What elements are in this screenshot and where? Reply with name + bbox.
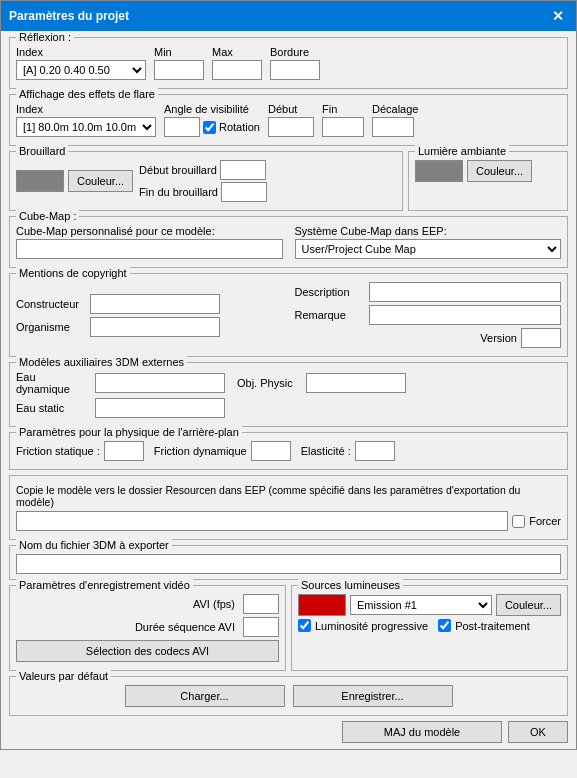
copie-description: Copie le modèle vers le dossier Resource…	[16, 484, 561, 508]
flare-rotation-checkbox[interactable]	[203, 121, 216, 134]
section-copie: Copie le modèle vers le dossier Resource…	[9, 475, 568, 540]
reflexion-index-label: Index	[16, 46, 146, 58]
bottom-buttons: MAJ du modèle OK	[9, 721, 568, 743]
section-brouillard: Brouillard Couleur... Début brouillard 7…	[9, 151, 403, 211]
sources-post-checkbox[interactable]	[438, 619, 451, 632]
section-sources-legend: Sources lumineuses	[298, 579, 403, 591]
section-cubemap-legend: Cube-Map :	[16, 210, 79, 222]
section-filename-legend: Nom du fichier 3DM à exporter	[16, 539, 172, 551]
close-button[interactable]: ✕	[548, 5, 568, 27]
section-filename: Nom du fichier 3DM à exporter Neues_Proj…	[9, 545, 568, 580]
copyright-version-label: Version	[480, 332, 517, 344]
brouillard-debut-label: Début brouillard	[139, 164, 217, 176]
copyright-organisme-input[interactable]	[90, 317, 220, 337]
reflexion-min-input[interactable]: 0.2	[154, 60, 204, 80]
flare-angle-label: Angle de visibilité	[164, 103, 260, 115]
section-lumiere-legend: Lumière ambiante	[415, 145, 509, 157]
copyright-version-input[interactable]: 1	[521, 328, 561, 348]
flare-fin-input[interactable]: 1000	[322, 117, 364, 137]
valeurs-enregistrer-button[interactable]: Enregistrer...	[293, 685, 453, 707]
cubemap-system-select[interactable]: User/Project Cube Map	[295, 239, 562, 259]
copie-path-input[interactable]: \Resourcen\	[16, 511, 508, 531]
section-cubemap: Cube-Map : Cube-Map personnalisé pour ce…	[9, 216, 568, 268]
brouillard-fin-input[interactable]: 95000	[221, 182, 267, 202]
sources-luminosite-checkbox[interactable]	[298, 619, 311, 632]
flare-rotation-label: Rotation	[219, 121, 260, 133]
sources-couleur-button[interactable]: Couleur...	[496, 594, 561, 616]
section-flare: Affichage des effets de flare Index [1] …	[9, 94, 568, 146]
filename-input[interactable]: Neues_Projekt.3dm	[16, 554, 561, 574]
section-brouillard-legend: Brouillard	[16, 145, 68, 157]
flare-debut-input[interactable]: 8000	[268, 117, 314, 137]
reflexion-bordure-input[interactable]: 0.5	[270, 60, 320, 80]
physique-friction-dyn-input[interactable]: 0.1	[251, 441, 291, 461]
window-title: Paramètres du projet	[9, 9, 129, 23]
physique-friction-static-input[interactable]: 0.1	[104, 441, 144, 461]
section-physique: Paramètres pour la physique de l'arrière…	[9, 432, 568, 470]
cubemap-custom-input[interactable]: ...	[16, 239, 283, 259]
section-physique-legend: Paramètres pour la physique de l'arrière…	[16, 426, 242, 438]
3dm-eau-dyn-input[interactable]: DynWater.3dm	[95, 373, 225, 393]
section-reflexion-legend: Réflexion :	[16, 31, 74, 43]
valeurs-charger-button[interactable]: Charger...	[125, 685, 285, 707]
copyright-description-input[interactable]	[369, 282, 562, 302]
flare-index-label: Index	[16, 103, 156, 115]
section-copyright: Mentions de copyright Constructeur Unbek…	[9, 273, 568, 357]
section-sources: Sources lumineuses Emission #1 Couleur..…	[291, 585, 568, 671]
video-duree-input[interactable]: 15	[243, 617, 279, 637]
reflexion-max-label: Max	[212, 46, 262, 58]
sources-luminosite-label: Luminosité progressive	[315, 620, 428, 632]
brouillard-fin-label: Fin du brouillard	[139, 186, 218, 198]
brouillard-couleur-button[interactable]: Couleur...	[68, 170, 133, 192]
copyright-constructeur-input[interactable]: Unbekannter	[90, 294, 220, 314]
content-area: Réflexion : Index [A] 0.20 0.40 0.50 Min…	[1, 31, 576, 749]
section-3dm: Modèles auxiliaires 3DM externes Eau dyn…	[9, 362, 568, 427]
copyright-description-label: Description	[295, 286, 365, 298]
3dm-eau-static-label: Eau static	[16, 402, 91, 414]
physique-elasticite-label: Elasticité :	[301, 445, 351, 457]
reflexion-bordure-label: Bordure	[270, 46, 320, 58]
section-valeurs: Valeurs par défaut Charger... Enregistre…	[9, 676, 568, 716]
reflexion-index-select[interactable]: [A] 0.20 0.40 0.50	[16, 60, 146, 80]
ok-button[interactable]: OK	[508, 721, 568, 743]
flare-debut-label: Début	[268, 103, 314, 115]
video-duree-label: Durée séquence AVI	[16, 621, 239, 633]
flare-fin-label: Fin	[322, 103, 364, 115]
section-flare-legend: Affichage des effets de flare	[16, 88, 158, 100]
reflexion-min-label: Min	[154, 46, 204, 58]
cubemap-system-label: Système Cube-Map dans EEP:	[295, 225, 562, 237]
section-video: Paramètres d'enregistrement vidéo AVI (f…	[9, 585, 286, 671]
brouillard-debut-input[interactable]: 70000	[220, 160, 266, 180]
video-codecs-button[interactable]: Sélection des codecs AVI	[16, 640, 279, 662]
copyright-constructeur-label: Constructeur	[16, 298, 86, 310]
lumiere-color-box	[415, 160, 463, 182]
3dm-eau-static-input[interactable]: StatWater.3dm	[95, 398, 225, 418]
physique-elasticite-input[interactable]: 0.85	[355, 441, 395, 461]
3dm-obj-physic-input[interactable]: Cube.3dm	[306, 373, 406, 393]
maj-button[interactable]: MAJ du modèle	[342, 721, 502, 743]
flare-index-select[interactable]: [1] 80.0m 10.0m 10.0m	[16, 117, 156, 137]
flare-decalage-input[interactable]: 1000	[372, 117, 414, 137]
brouillard-color-box	[16, 170, 64, 192]
section-lumiere: Lumière ambiante Couleur...	[408, 151, 568, 211]
flare-angle-input[interactable]: 45	[164, 117, 200, 137]
section-valeurs-legend: Valeurs par défaut	[16, 670, 111, 682]
flare-decalage-label: Décalage	[372, 103, 418, 115]
copyright-remarque-input[interactable]	[369, 305, 562, 325]
copyright-organisme-label: Organisme	[16, 321, 86, 333]
section-3dm-legend: Modèles auxiliaires 3DM externes	[16, 356, 187, 368]
reflexion-max-input[interactable]: 0.4	[212, 60, 262, 80]
section-reflexion: Réflexion : Index [A] 0.20 0.40 0.50 Min…	[9, 37, 568, 89]
sources-post-label: Post-traitement	[455, 620, 530, 632]
copie-forcer-checkbox[interactable]	[512, 515, 525, 528]
physique-friction-static-label: Friction statique :	[16, 445, 100, 457]
section-copyright-legend: Mentions de copyright	[16, 267, 130, 279]
lumiere-couleur-button[interactable]: Couleur...	[467, 160, 532, 182]
title-bar: Paramètres du projet ✕	[1, 1, 576, 31]
copyright-remarque-label: Remarque	[295, 309, 365, 321]
sources-color-box	[298, 594, 346, 616]
section-video-legend: Paramètres d'enregistrement vidéo	[16, 579, 193, 591]
3dm-obj-physic-label: Obj. Physic	[237, 377, 302, 389]
sources-emission-select[interactable]: Emission #1	[350, 595, 492, 615]
video-fps-input[interactable]: 30	[243, 594, 279, 614]
